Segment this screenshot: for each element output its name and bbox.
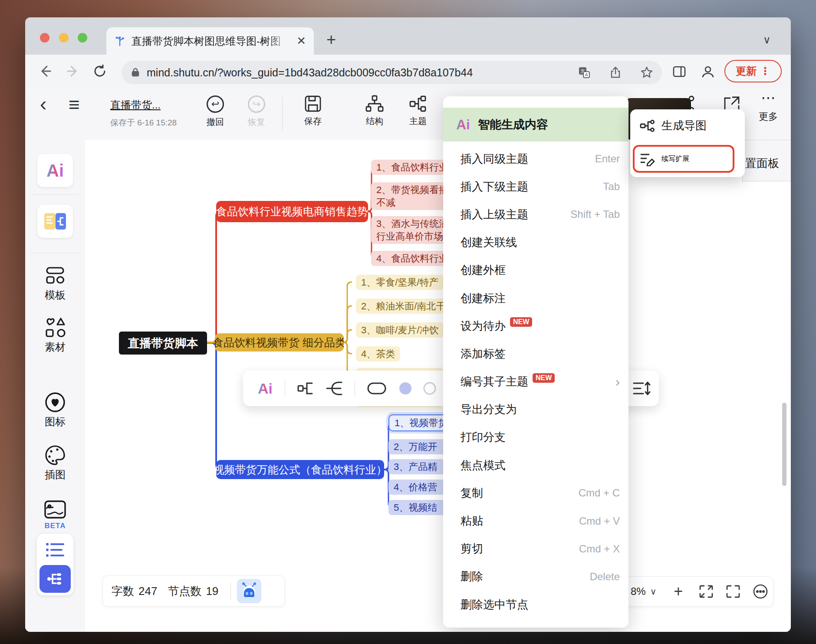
child-node[interactable]: 1、零食/坚果/特产 <box>356 275 444 290</box>
context-menu-item[interactable]: 删除 Delete <box>443 563 628 591</box>
branch-node-yellow[interactable]: 食品饮料视频带货 细分品类 <box>215 333 344 352</box>
structure-button[interactable]: 结构 <box>365 94 385 127</box>
url-text: mind.shutu.cn/?works_guid=1bd43ad28dcb00… <box>147 66 473 79</box>
tab-strip: 直播带货脚本树图思维导图-树图 ✕ + ∨ <box>25 17 791 55</box>
context-menu-item[interactable]: 打印分支 <box>443 424 628 451</box>
undo-button[interactable]: ↩ 撤回 <box>207 95 224 128</box>
fit-view-icon[interactable] <box>698 584 714 599</box>
branch-node-blue[interactable]: 视频带货万能公式（食品饮料行业） <box>216 460 384 479</box>
side-panel-icon[interactable] <box>672 64 687 79</box>
share-icon[interactable] <box>609 66 622 79</box>
context-menu-item[interactable]: 插入下级主题 Tab <box>443 173 628 200</box>
insert-child-icon[interactable] <box>325 380 344 397</box>
child-node[interactable]: 1、食品饮料行业 <box>371 160 454 175</box>
sidebar-divider <box>30 253 80 253</box>
theme-icon <box>408 94 428 114</box>
more-button[interactable]: ⋯ 更多 <box>759 91 778 123</box>
context-menu-item[interactable]: 粘贴 Cmd + V <box>443 507 628 535</box>
shortcut-label: Cmd + V <box>579 515 620 527</box>
settings-panel-tab[interactable]: 置面板 <box>742 140 791 181</box>
zoom-in-icon[interactable]: + <box>674 582 683 601</box>
sidebar-item-icons[interactable]: 图标 <box>25 391 85 429</box>
theme-button[interactable]: 主题 <box>408 94 428 127</box>
context-menu-item[interactable]: 插入上级主题 Shift + Tab <box>443 200 628 228</box>
mindmap-icon <box>46 571 64 587</box>
toolbar-divider <box>355 380 355 397</box>
child-node[interactable]: 4、食品饮料行业 <box>371 251 454 266</box>
tab-close-icon[interactable]: ✕ <box>296 34 306 48</box>
text-format-icon[interactable] <box>632 380 651 397</box>
translate-icon[interactable]: 文A <box>578 66 591 79</box>
child-node[interactable]: 3、酒水与传统滋 行业高单价市场 <box>371 216 454 244</box>
fullscreen-icon[interactable] <box>725 584 741 599</box>
sidebar-item-beta-images[interactable]: BETA <box>25 500 85 530</box>
close-window-button[interactable] <box>40 33 49 43</box>
chevron-right-icon: › <box>615 375 620 389</box>
border-color-swatch[interactable] <box>423 381 437 395</box>
sidebar-item-assets[interactable]: 素材 <box>25 317 85 354</box>
insert-sibling-icon[interactable] <box>296 380 316 397</box>
left-sidebar: Ai 模板 素材 图标 <box>25 140 86 632</box>
sidebar-item-illustrations[interactable]: 插图 <box>25 444 85 482</box>
ai-robot-button[interactable] <box>237 579 261 603</box>
forward-icon[interactable] <box>65 63 81 79</box>
reload-icon[interactable] <box>92 63 108 79</box>
save-button[interactable]: 保存 <box>303 94 323 127</box>
ai-assistant-button[interactable]: Ai <box>37 154 73 187</box>
browser-tab[interactable]: 直播带货脚本树图思维导图-树图 ✕ <box>106 27 314 55</box>
status-divider <box>230 583 231 599</box>
more-options-icon[interactable] <box>752 583 769 600</box>
profile-icon[interactable] <box>701 64 715 79</box>
branch-node-red[interactable]: 食品饮料行业视频电商销售趋势 <box>216 201 368 222</box>
ai-generate-label: 智能生成内容 <box>478 117 548 132</box>
outline-doc-button[interactable] <box>37 205 73 238</box>
submenu-item-continue-expand[interactable]: 续写扩展 <box>633 145 734 173</box>
shortcut-label: Shift + Tab <box>570 208 620 220</box>
app-back-icon[interactable]: ‹ <box>40 92 46 115</box>
context-menu-item[interactable]: 插入同级主题 Enter <box>443 145 628 173</box>
sidebar-item-templates[interactable]: 模板 <box>25 266 85 302</box>
ai-generate-icon[interactable]: Ai <box>258 380 273 397</box>
context-menu-item[interactable]: 创建标注 <box>443 284 628 312</box>
back-icon[interactable] <box>37 63 53 79</box>
context-menu-item[interactable]: 焦点模式 <box>443 451 628 479</box>
document-title[interactable]: 直播带货... <box>110 98 177 112</box>
canvas-scrollbar[interactable] <box>782 403 786 486</box>
minimize-window-button[interactable] <box>59 33 69 43</box>
bookmark-star-icon[interactable] <box>640 66 653 79</box>
submenu-item-generate-map[interactable]: 生成导图 <box>640 118 707 133</box>
new-badge: NEW <box>510 317 532 327</box>
context-menu-item[interactable]: 添加标签 <box>443 340 628 368</box>
word-count: 247 <box>138 585 157 598</box>
child-node[interactable]: 2、带货视频看播 不减 <box>371 182 454 210</box>
fill-color-swatch[interactable] <box>398 381 412 395</box>
browser-menu-kebab-icon[interactable]: ⋮ <box>760 65 770 77</box>
outline-list-icon[interactable] <box>45 541 66 559</box>
context-menu-item[interactable]: 复制 Cmd + C <box>443 479 628 507</box>
context-menu-item-ai-generate[interactable]: Ai 智能生成内容 <box>443 108 628 141</box>
shortcut-label: Delete <box>590 571 620 583</box>
child-node[interactable]: 3、咖啡/麦片/冲饮 <box>356 322 444 338</box>
child-node[interactable]: 4、茶类 <box>356 346 400 361</box>
tab-search-chevron-icon[interactable]: ∨ <box>763 34 771 46</box>
address-bar[interactable]: mind.shutu.cn/?works_guid=1bd43ad28dcb00… <box>122 61 662 84</box>
context-menu-item[interactable]: 导出分支为 <box>443 396 628 424</box>
new-tab-button[interactable]: + <box>326 30 336 49</box>
app-menu-icon[interactable]: ≡ <box>69 94 80 115</box>
root-node[interactable]: 直播带货脚本 <box>119 332 207 355</box>
icons-icon <box>44 391 66 413</box>
zoom-window-button[interactable] <box>78 33 87 43</box>
context-menu-item[interactable]: 设为待办 NEW <box>443 312 628 340</box>
toolbar-divider <box>285 380 285 397</box>
redo-button[interactable]: ↪ 恢复 <box>248 95 265 128</box>
view-switch-group <box>37 534 73 595</box>
context-menu-item[interactable]: 编号其子主题 NEW › <box>443 368 628 396</box>
context-menu-item[interactable]: 创建外框 <box>443 256 628 284</box>
context-menu-item[interactable]: 创建关联线 <box>443 229 628 256</box>
context-menu-item[interactable]: 删除选中节点 <box>443 591 628 618</box>
chrome-update-button[interactable]: 更新 ⋮ <box>724 60 782 82</box>
node-shape-icon[interactable] <box>366 381 387 396</box>
mindmap-view-button[interactable] <box>39 565 71 593</box>
context-menu-item[interactable]: 剪切 Cmd + X <box>443 535 628 563</box>
zoom-chevron-icon[interactable]: ∨ <box>650 586 657 597</box>
